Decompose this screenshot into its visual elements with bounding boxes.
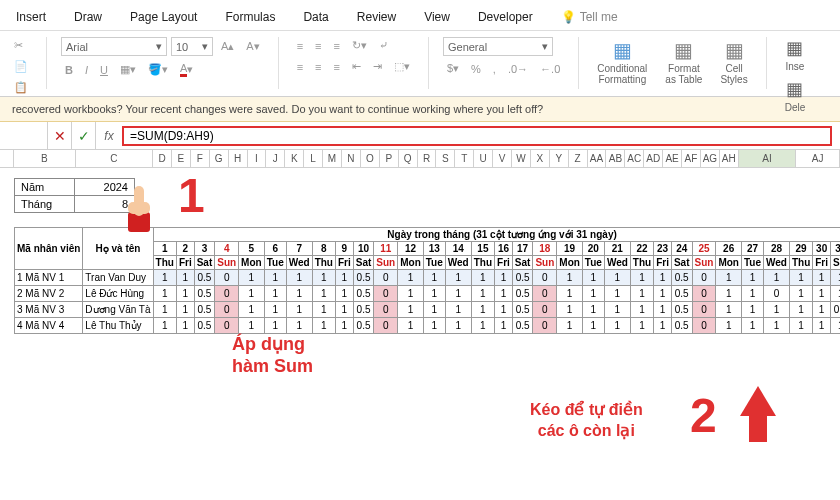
- col-header-AJ[interactable]: AJ: [796, 150, 840, 167]
- cell[interactable]: 1: [264, 318, 286, 334]
- cell[interactable]: 1: [286, 302, 312, 318]
- col-header-U[interactable]: U: [474, 150, 493, 167]
- cell[interactable]: 1: [176, 270, 194, 286]
- cell[interactable]: 1: [604, 270, 630, 286]
- cell[interactable]: 0.5: [512, 302, 533, 318]
- cell[interactable]: 1: [264, 302, 286, 318]
- fill-color-icon[interactable]: 🪣▾: [144, 61, 172, 78]
- cell[interactable]: 0.5: [353, 286, 374, 302]
- cell[interactable]: 1: [335, 318, 353, 334]
- cell[interactable]: 1: [763, 270, 789, 286]
- cell[interactable]: 1: [716, 286, 742, 302]
- decrease-decimal-icon[interactable]: ←.0: [536, 61, 564, 77]
- col-header-E[interactable]: E: [172, 150, 191, 167]
- cell[interactable]: 1: [335, 302, 353, 318]
- cell[interactable]: 0: [215, 286, 239, 302]
- col-header-AF[interactable]: AF: [682, 150, 701, 167]
- col-header-P[interactable]: P: [380, 150, 399, 167]
- col-header-V[interactable]: V: [493, 150, 512, 167]
- name-box[interactable]: [0, 122, 48, 149]
- cell[interactable]: 1: [630, 318, 653, 334]
- col-header-T[interactable]: T: [455, 150, 474, 167]
- cell[interactable]: 0: [692, 318, 716, 334]
- align-middle-icon[interactable]: ≡: [311, 38, 325, 54]
- align-right-icon[interactable]: ≡: [330, 59, 344, 75]
- paste-icon[interactable]: 📋: [10, 79, 32, 96]
- cell[interactable]: 1: [582, 318, 604, 334]
- col-header-Z[interactable]: Z: [569, 150, 588, 167]
- cell[interactable]: 0: [533, 302, 557, 318]
- cell[interactable]: 1: [604, 318, 630, 334]
- col-header-AI[interactable]: AI: [739, 150, 797, 167]
- col-header-J[interactable]: J: [266, 150, 285, 167]
- accept-formula-icon[interactable]: ✓: [72, 122, 96, 149]
- conditional-formatting-button[interactable]: ▦Conditional Formatting: [593, 37, 651, 87]
- col-header-S[interactable]: S: [436, 150, 455, 167]
- cell[interactable]: 1: [630, 270, 653, 286]
- cell[interactable]: 1: [264, 286, 286, 302]
- cell[interactable]: 1: [716, 302, 742, 318]
- merge-icon[interactable]: ⬚▾: [390, 58, 414, 75]
- orientation-icon[interactable]: ↻▾: [348, 37, 371, 54]
- col-header-O[interactable]: O: [361, 150, 380, 167]
- cell[interactable]: 1: [789, 286, 812, 302]
- cell[interactable]: 1: [423, 270, 445, 286]
- col-header-D[interactable]: D: [153, 150, 172, 167]
- cell[interactable]: 1: [495, 286, 513, 302]
- cell[interactable]: 1: [557, 286, 583, 302]
- cell[interactable]: 0: [374, 286, 398, 302]
- cell[interactable]: 0.5: [194, 270, 215, 286]
- col-header-I[interactable]: I: [248, 150, 267, 167]
- col-header-F[interactable]: F: [191, 150, 210, 167]
- col-header-R[interactable]: R: [418, 150, 437, 167]
- cell[interactable]: 1: [557, 318, 583, 334]
- cell[interactable]: 1: [286, 318, 312, 334]
- cell[interactable]: 0.5: [831, 302, 840, 318]
- cell[interactable]: 1: [398, 270, 424, 286]
- cell[interactable]: 1: [335, 286, 353, 302]
- cell[interactable]: 1: [312, 318, 335, 334]
- cell[interactable]: 0: [215, 318, 239, 334]
- cell[interactable]: 1: [471, 302, 494, 318]
- font-color-icon[interactable]: A▾: [176, 60, 197, 79]
- tab-view[interactable]: View: [420, 6, 454, 30]
- cell[interactable]: 1: [398, 318, 424, 334]
- cell[interactable]: 0: [374, 318, 398, 334]
- cell[interactable]: 1: [495, 302, 513, 318]
- cell[interactable]: 1: [813, 286, 831, 302]
- cell[interactable]: 1: [153, 286, 176, 302]
- cell[interactable]: 0: [533, 318, 557, 334]
- tab-data[interactable]: Data: [299, 6, 332, 30]
- cell[interactable]: 1: [813, 302, 831, 318]
- increase-decimal-icon[interactable]: .0→: [504, 61, 532, 77]
- cell[interactable]: 0: [692, 286, 716, 302]
- cell[interactable]: 1: [312, 286, 335, 302]
- cell[interactable]: 1: [813, 270, 831, 286]
- number-format-select[interactable]: General▾: [443, 37, 553, 56]
- wrap-text-icon[interactable]: ⤶: [375, 37, 392, 54]
- col-header-AB[interactable]: AB: [606, 150, 625, 167]
- cut-icon[interactable]: ✂: [10, 37, 32, 54]
- cell[interactable]: 1: [831, 270, 840, 286]
- cell[interactable]: 1: [582, 270, 604, 286]
- formula-input[interactable]: =SUM(D9:AH9): [122, 126, 832, 146]
- cell[interactable]: 1: [495, 318, 513, 334]
- cell[interactable]: 0: [215, 270, 239, 286]
- decrease-font-icon[interactable]: A▾: [242, 38, 263, 55]
- cell[interactable]: 1: [763, 318, 789, 334]
- col-header-C[interactable]: C: [76, 150, 154, 167]
- col-header-K[interactable]: K: [285, 150, 304, 167]
- cancel-formula-icon[interactable]: ✕: [48, 122, 72, 149]
- cell[interactable]: 1: [286, 286, 312, 302]
- align-top-icon[interactable]: ≡: [293, 38, 307, 54]
- cell[interactable]: 1: [789, 270, 812, 286]
- cell[interactable]: 1: [604, 302, 630, 318]
- cell[interactable]: 0: [692, 270, 716, 286]
- cell[interactable]: 0.5: [671, 286, 692, 302]
- month-value[interactable]: 8: [75, 196, 135, 213]
- align-center-icon[interactable]: ≡: [311, 59, 325, 75]
- cell[interactable]: 0.5: [512, 318, 533, 334]
- tab-review[interactable]: Review: [353, 6, 400, 30]
- col-header-AD[interactable]: AD: [644, 150, 663, 167]
- cell[interactable]: 0: [215, 302, 239, 318]
